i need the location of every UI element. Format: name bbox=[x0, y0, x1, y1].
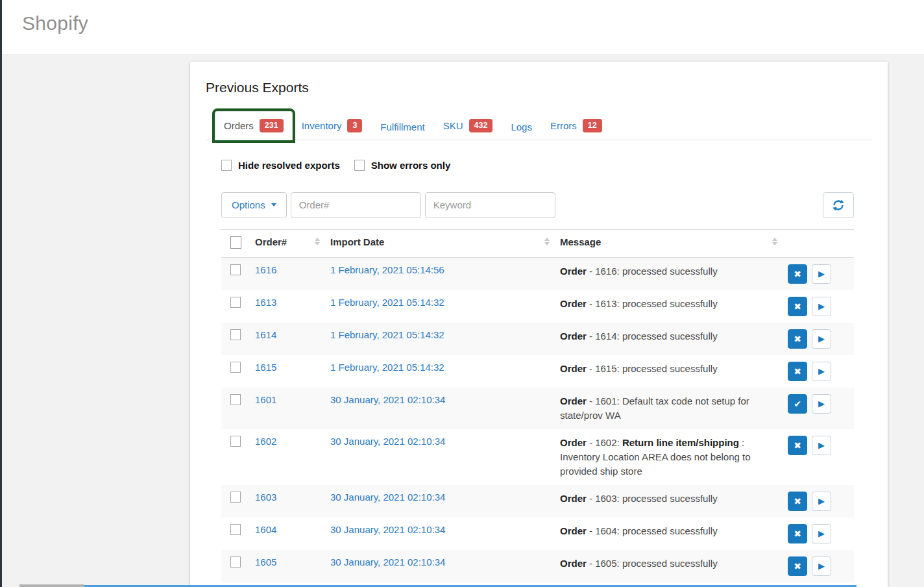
run-export-button[interactable]: ▶ bbox=[812, 264, 831, 284]
left-edge-bar bbox=[0, 0, 2, 587]
resolved-button[interactable]: ✔ bbox=[788, 394, 807, 414]
check-icon: ✔ bbox=[794, 399, 801, 408]
tab-errors[interactable]: Errors12 bbox=[541, 111, 611, 140]
run-export-button[interactable]: ▶ bbox=[812, 492, 831, 511]
order-link[interactable]: 1602 bbox=[255, 436, 276, 447]
tab-count-badge: 12 bbox=[583, 119, 602, 132]
play-icon: ▶ bbox=[818, 562, 825, 570]
checkbox[interactable] bbox=[354, 160, 365, 171]
run-export-button[interactable]: ▶ bbox=[812, 297, 831, 316]
tab-fulfillment[interactable]: Fulfillment bbox=[371, 114, 433, 140]
row-checkbox[interactable] bbox=[230, 264, 241, 275]
sort-arrows-icon[interactable] bbox=[544, 238, 550, 245]
caret-down-icon bbox=[271, 203, 276, 206]
sort-arrows-icon[interactable] bbox=[315, 238, 320, 245]
run-export-button[interactable]: ▶ bbox=[812, 362, 831, 381]
message-bold-text: Order bbox=[560, 298, 587, 309]
order-link[interactable]: 1601 bbox=[255, 394, 276, 405]
tabs-nav: Orders231Inventory3FulfillmentSKU432Logs… bbox=[206, 111, 872, 140]
order-link[interactable]: 1613 bbox=[255, 297, 276, 308]
message-bold-text: Order bbox=[560, 331, 587, 342]
tab-orders[interactable]: Orders231 bbox=[215, 111, 293, 140]
column-header-message[interactable]: Message bbox=[560, 236, 601, 247]
tab-sku[interactable]: SKU432 bbox=[434, 111, 502, 140]
filter-check-show-errors-only[interactable]: Show errors only bbox=[354, 160, 451, 171]
column-header-order[interactable]: Order# bbox=[255, 236, 287, 247]
refresh-button[interactable] bbox=[823, 192, 854, 218]
dismiss-button[interactable]: ✖ bbox=[788, 556, 807, 576]
row-checkbox[interactable] bbox=[230, 362, 241, 373]
row-checkbox[interactable] bbox=[230, 524, 241, 535]
run-export-button[interactable]: ▶ bbox=[812, 556, 831, 576]
filter-check-hide-resolved-exports[interactable]: Hide resolved exports bbox=[221, 160, 340, 171]
row-checkbox[interactable] bbox=[230, 556, 241, 568]
tab-inventory[interactable]: Inventory3 bbox=[293, 111, 372, 140]
play-icon: ▶ bbox=[818, 269, 825, 278]
play-icon: ▶ bbox=[818, 334, 825, 343]
select-all-checkbox[interactable] bbox=[230, 236, 241, 249]
import-date: 30 January, 2021 02:10:34 bbox=[330, 394, 445, 405]
dismiss-button[interactable]: ✖ bbox=[788, 524, 807, 543]
checkbox[interactable] bbox=[221, 160, 232, 171]
filter-toolbar: Options bbox=[221, 192, 857, 218]
message-text: - 1613: processed sucessfully bbox=[587, 298, 718, 309]
tab-label: Inventory bbox=[302, 120, 342, 131]
row-checkbox[interactable] bbox=[230, 394, 241, 405]
dismiss-button[interactable]: ✖ bbox=[788, 362, 807, 381]
dismiss-button[interactable]: ✖ bbox=[788, 264, 807, 284]
message-text: - 1614: processed sucessfully bbox=[587, 331, 718, 342]
table-row: 16161 February, 2021 05:14:56Order - 161… bbox=[221, 257, 854, 290]
message-cell: Order - 1604: processed sucessfully bbox=[555, 518, 783, 550]
tab-logs[interactable]: Logs bbox=[502, 114, 541, 140]
order-number-input[interactable] bbox=[291, 192, 421, 218]
x-icon: ✖ bbox=[794, 441, 801, 450]
run-export-button[interactable]: ▶ bbox=[812, 524, 831, 543]
keyword-input[interactable] bbox=[425, 192, 555, 218]
order-link[interactable]: 1616 bbox=[255, 264, 276, 275]
tab-count-badge: 231 bbox=[260, 119, 284, 132]
order-link[interactable]: 1605 bbox=[255, 556, 276, 568]
message-bold-text: Return line item/shipping bbox=[622, 437, 739, 448]
checkbox-label: Hide resolved exports bbox=[238, 160, 340, 171]
filter-checkboxes: Hide resolved exportsShow errors only bbox=[221, 160, 872, 171]
dismiss-button[interactable]: ✖ bbox=[788, 436, 807, 455]
sort-arrows-icon[interactable] bbox=[772, 238, 777, 245]
order-link[interactable]: 1604 bbox=[255, 524, 276, 535]
message-cell: Order - 1613: processed sucessfully bbox=[555, 290, 783, 323]
run-export-button[interactable]: ▶ bbox=[812, 329, 831, 349]
message-cell: Order - 1601: Default tax code not setup… bbox=[555, 388, 783, 429]
page-title: Previous Exports bbox=[206, 80, 872, 95]
order-link[interactable]: 1603 bbox=[255, 492, 276, 503]
refresh-icon bbox=[831, 198, 845, 212]
checkbox-label: Show errors only bbox=[371, 160, 451, 171]
row-checkbox[interactable] bbox=[230, 297, 241, 308]
message-text: - 1616: processed sucessfully bbox=[587, 266, 718, 277]
import-date: 30 January, 2021 02:10:34 bbox=[330, 556, 445, 568]
dismiss-button[interactable]: ✖ bbox=[788, 329, 807, 349]
import-date: 1 February, 2021 05:14:32 bbox=[330, 362, 444, 373]
order-link[interactable]: 1614 bbox=[255, 329, 276, 340]
row-checkbox[interactable] bbox=[230, 329, 241, 340]
column-header-import-date[interactable]: Import Date bbox=[330, 236, 384, 247]
message-bold-text: Order bbox=[560, 437, 587, 448]
run-export-button[interactable]: ▶ bbox=[812, 394, 831, 414]
row-checkbox[interactable] bbox=[230, 492, 241, 503]
play-icon: ▶ bbox=[818, 367, 825, 375]
play-icon: ▶ bbox=[818, 399, 825, 408]
dismiss-button[interactable]: ✖ bbox=[788, 297, 807, 316]
x-icon: ✖ bbox=[794, 367, 801, 376]
table-row: 160330 January, 2021 02:10:34Order - 160… bbox=[221, 485, 854, 518]
x-icon: ✖ bbox=[794, 529, 801, 538]
order-link[interactable]: 1615 bbox=[255, 362, 276, 373]
table-row: 160130 January, 2021 02:10:34Order - 160… bbox=[221, 388, 854, 429]
message-cell: Order - 1605: processed sucessfully bbox=[555, 550, 783, 582]
run-export-button[interactable]: ▶ bbox=[812, 436, 831, 455]
previous-exports-panel: Previous Exports Orders231Inventory3Fulf… bbox=[190, 62, 888, 587]
row-checkbox[interactable] bbox=[230, 436, 241, 447]
import-date: 1 February, 2021 05:14:32 bbox=[330, 297, 444, 308]
table-row: 16151 February, 2021 05:14:32Order - 161… bbox=[221, 355, 854, 388]
message-cell: Order - 1602: Return line item/shipping … bbox=[555, 429, 783, 485]
options-button[interactable]: Options bbox=[221, 192, 287, 218]
dismiss-button[interactable]: ✖ bbox=[788, 492, 807, 511]
tab-label: Logs bbox=[511, 121, 532, 132]
